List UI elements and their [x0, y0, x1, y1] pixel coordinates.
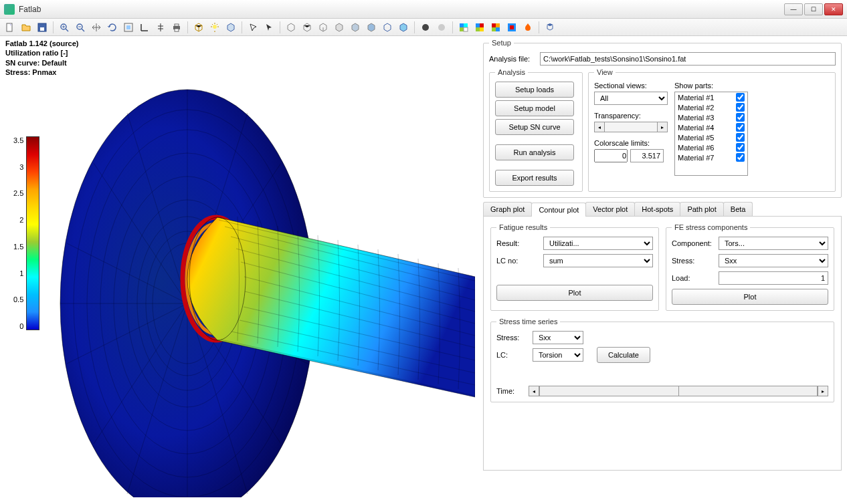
parts-list[interactable]: Material #1Material #2Material #3Materia…	[674, 92, 748, 176]
colorscale-min-input[interactable]	[594, 149, 628, 162]
tab-contour-plot[interactable]: Contour plot	[531, 203, 586, 217]
slider-right-icon[interactable]: ▸	[657, 122, 668, 132]
cube4-icon[interactable]	[332, 20, 347, 35]
sphere-light-icon[interactable]	[434, 20, 449, 35]
save-file-icon[interactable]	[35, 20, 50, 35]
help-icon[interactable]	[543, 20, 557, 35]
part-label: Material #6	[678, 144, 714, 152]
tab-vector-plot[interactable]: Vector plot	[585, 202, 635, 216]
fe-stress-fieldset: FE stress components Component: Tors... …	[666, 223, 834, 311]
festress-plot-button[interactable]: Plot	[672, 289, 828, 305]
time-slider[interactable]: ◂ ▸	[529, 386, 828, 396]
viewport-3d[interactable]: Fatlab 1.142 (source) Utilization ratio …	[0, 36, 480, 504]
zoom-in-icon[interactable]	[57, 20, 72, 35]
component-select[interactable]: Tors...	[719, 237, 828, 250]
colorscale-max-input[interactable]	[630, 149, 664, 162]
time-label: Time:	[496, 387, 523, 395]
print-icon[interactable]	[169, 20, 184, 35]
tab-hot-spots[interactable]: Hot-spots	[634, 202, 680, 216]
new-file-icon[interactable]	[3, 20, 17, 35]
part-checkbox[interactable]	[736, 133, 745, 142]
result-select[interactable]: Utilizati...	[543, 237, 653, 250]
palette3-icon[interactable]	[488, 20, 503, 35]
select-icon[interactable]	[246, 20, 260, 35]
palette2-icon[interactable]	[472, 20, 487, 35]
part-row[interactable]: Material #4	[675, 122, 747, 132]
view-fieldset: View Sectional views: All Transparency: …	[588, 68, 836, 192]
svg-rect-17	[476, 23, 480, 27]
part-row[interactable]: Material #2	[675, 102, 747, 112]
palette1-icon[interactable]	[456, 20, 471, 35]
light-icon[interactable]	[207, 20, 222, 35]
open-file-icon[interactable]	[19, 20, 33, 35]
cube6-icon[interactable]	[364, 20, 379, 35]
part-checkbox[interactable]	[736, 123, 745, 132]
cube2-icon[interactable]	[300, 20, 314, 35]
zoom-out-icon[interactable]	[73, 20, 88, 35]
ts-lc-select[interactable]: Torsion	[533, 348, 583, 362]
transparency-label: Transparency:	[594, 112, 668, 120]
part-label: Material #1	[678, 94, 714, 102]
cube5-icon[interactable]	[348, 20, 363, 35]
part-row[interactable]: Material #1	[675, 92, 747, 102]
part-checkbox[interactable]	[736, 153, 745, 162]
calculate-button[interactable]: Calculate	[597, 347, 650, 363]
svg-rect-2	[40, 27, 44, 31]
part-row[interactable]: Material #7	[675, 152, 747, 162]
tab-graph-plot[interactable]: Graph plot	[483, 202, 532, 216]
wireframe-icon[interactable]	[191, 20, 206, 35]
part-row[interactable]: Material #6	[675, 142, 747, 152]
svg-rect-16	[464, 27, 468, 31]
setup-loads-button[interactable]: Setup loads	[495, 82, 574, 98]
flame-icon[interactable]	[521, 20, 535, 35]
lcno-select[interactable]: sum	[543, 254, 653, 267]
pointer-icon[interactable]	[262, 20, 276, 35]
transparency-slider[interactable]: ◂ ▸	[594, 122, 668, 132]
cube7-icon[interactable]	[380, 20, 395, 35]
minimize-button[interactable]: —	[784, 3, 803, 15]
run-analysis-button[interactable]: Run analysis	[495, 144, 574, 160]
export-results-button[interactable]: Export results	[495, 170, 574, 186]
part-checkbox[interactable]	[736, 93, 745, 102]
lcno-label: LC no:	[496, 257, 539, 265]
tab-path-plot[interactable]: Path plot	[680, 202, 723, 216]
fe-stress-label: Stress:	[672, 257, 715, 265]
sectional-views-select[interactable]: All	[594, 92, 668, 105]
svg-point-12	[438, 24, 445, 31]
time-slider-left-icon[interactable]: ◂	[529, 386, 539, 396]
rotate-icon[interactable]	[105, 20, 120, 35]
iso-view-icon[interactable]	[223, 20, 238, 35]
cube3-icon[interactable]	[316, 20, 331, 35]
analysis-file-input[interactable]	[540, 52, 836, 66]
slider-left-icon[interactable]: ◂	[594, 122, 605, 132]
ts-stress-select[interactable]: Sxx	[533, 331, 583, 344]
fe-stress-legend: FE stress components	[672, 223, 750, 231]
fit-view-icon[interactable]	[121, 20, 136, 35]
view-legend: View	[594, 68, 616, 76]
sphere-dark-icon[interactable]	[418, 20, 433, 35]
part-checkbox[interactable]	[736, 103, 745, 112]
palette4-icon[interactable]	[504, 20, 519, 35]
scale-icon[interactable]	[153, 20, 168, 35]
cube8-icon[interactable]	[396, 20, 411, 35]
svg-rect-6	[126, 25, 130, 29]
colorbar-tick: 1.5	[13, 243, 23, 251]
svg-rect-19	[476, 27, 480, 31]
part-row[interactable]: Material #5	[675, 132, 747, 142]
tab-beta[interactable]: Beta	[723, 202, 753, 216]
part-checkbox[interactable]	[736, 113, 745, 122]
fe-stress-select[interactable]: Sxx	[719, 254, 828, 267]
pan-icon[interactable]	[89, 20, 104, 35]
time-slider-right-icon[interactable]: ▸	[818, 386, 828, 396]
analysis-legend: Analysis	[495, 68, 528, 76]
maximize-button[interactable]: ☐	[804, 3, 823, 15]
close-button[interactable]: ✕	[824, 3, 843, 15]
setup-sn-button[interactable]: Setup SN curve	[495, 119, 574, 135]
load-input[interactable]	[719, 271, 828, 285]
fatigue-plot-button[interactable]: Plot	[496, 285, 653, 301]
setup-model-button[interactable]: Setup model	[495, 100, 574, 116]
cube1-icon[interactable]	[284, 20, 298, 35]
axes-icon[interactable]	[137, 20, 152, 35]
part-row[interactable]: Material #3	[675, 112, 747, 122]
part-checkbox[interactable]	[736, 143, 745, 152]
